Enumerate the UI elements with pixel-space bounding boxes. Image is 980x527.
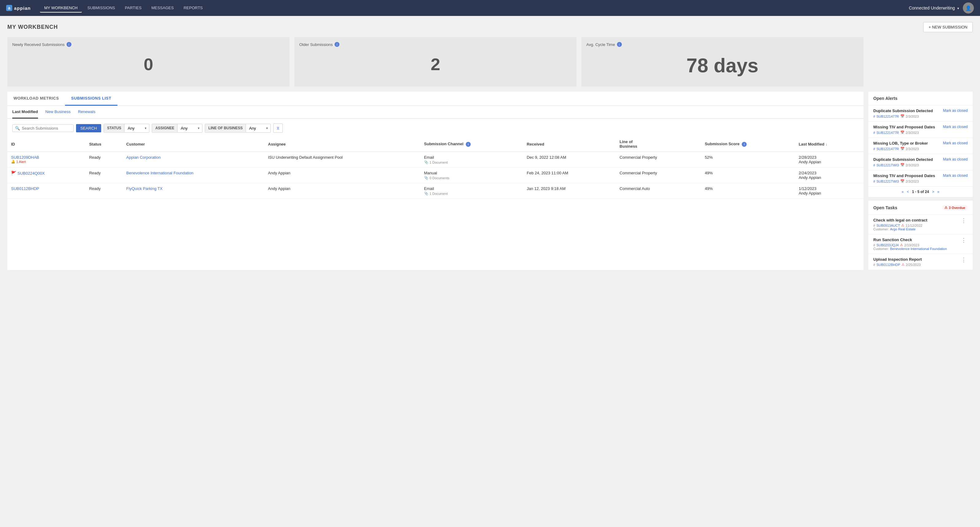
nav-submissions[interactable]: SUBMISSIONS: [83, 4, 119, 13]
nav-parties[interactable]: PARTIES: [121, 4, 146, 13]
tab-submissions-list[interactable]: SUBMISSIONS LIST: [65, 92, 118, 106]
tab-workload-metrics[interactable]: WORKLOAD METRICS: [7, 92, 65, 106]
pagination-prev[interactable]: <: [906, 190, 910, 194]
pagination-next[interactable]: >: [931, 190, 935, 194]
submissions-header: 🔍 SEARCH STATUS Any ASSIGNEE: [7, 119, 864, 137]
task-title-2: Run Sanction Check: [873, 238, 960, 242]
col-assignee: Assignee: [264, 137, 420, 152]
task-hash-1: #: [873, 224, 875, 227]
task-id-link-3[interactable]: SUB0112BHDP: [877, 263, 900, 267]
app-name[interactable]: Connected Underwriting ▾: [909, 6, 959, 10]
stat-value-cycle-time: 78 days: [586, 49, 859, 82]
info-icon-newly-received[interactable]: i: [67, 42, 72, 47]
alert-id-link-4[interactable]: SUB1221TWI3: [877, 163, 899, 167]
mark-closed-btn-3[interactable]: Mark as closed: [943, 141, 968, 145]
alert-id-link-5[interactable]: SUB1221TWI3: [877, 179, 899, 183]
alert-item-4: Duplicate Submission Detected # SUB1221T…: [869, 154, 973, 170]
alert-id-link-2[interactable]: SUB1221477R: [877, 131, 899, 135]
stat-older: Older Submissions i 2: [294, 37, 576, 87]
table-header-row: ID Status Customer Assignee Submission C…: [7, 137, 864, 152]
search-input[interactable]: [22, 126, 71, 130]
alert-hash-icon-1: #: [873, 114, 875, 118]
cell-score-3: 49%: [701, 183, 795, 199]
page-title: MY WORKBENCH: [7, 24, 58, 30]
customer-link-1[interactable]: Appian Corporation: [126, 155, 161, 160]
alert-id-link-1[interactable]: SUB1221477R: [877, 114, 899, 118]
lob-select[interactable]: Any: [246, 124, 270, 132]
calendar-icon-5: 📅: [900, 179, 905, 183]
col-customer: Customer: [123, 137, 264, 152]
stat-label-cycle-time: Avg. Cycle Time i: [586, 42, 859, 47]
flag-icon-2: 🚩: [11, 171, 16, 176]
task-id-link-1[interactable]: SUB0913AUCT: [877, 224, 900, 227]
avatar[interactable]: 👤: [963, 2, 974, 13]
sub-tab-last-modified[interactable]: Last Modified: [12, 106, 38, 119]
task-customer-link-1[interactable]: Argo Real Estate: [890, 227, 916, 231]
submissions-table-wrap: ID Status Customer Assignee Submission C…: [7, 137, 864, 199]
cell-received-1: Dec 9, 2022 12:08 AM: [523, 152, 616, 168]
cell-status-2: Ready: [86, 168, 123, 183]
mark-closed-btn-4[interactable]: Mark as closed: [943, 157, 968, 162]
main-content: WORKLOAD METRICS SUBMISSIONS LIST Last M…: [7, 92, 973, 270]
new-submission-button[interactable]: + NEW SUBMISSION: [923, 22, 973, 32]
page: MY WORKBENCH + NEW SUBMISSION Newly Rece…: [0, 16, 980, 276]
info-icon-score[interactable]: i: [742, 142, 747, 147]
task-hash-2: #: [873, 243, 875, 247]
alerts-pagination: « < 1 - 5 of 24 > »: [869, 187, 973, 197]
task-info-1: Check with legal on contract # SUB0913AU…: [873, 218, 960, 231]
col-score: Submission Score i: [701, 137, 795, 152]
nav-my-workbench[interactable]: MY WORKBENCH: [40, 4, 82, 13]
cell-channel-3: Email 📎 1 Document: [420, 183, 523, 199]
filter-icon-button[interactable]: ⧖: [273, 124, 283, 133]
pagination-current: 1 - 5 of 24: [911, 190, 930, 194]
info-icon-cycle-time[interactable]: i: [617, 42, 622, 47]
submission-link-2[interactable]: SUB0224Q00X: [18, 171, 45, 176]
task-hash-3: #: [873, 263, 875, 267]
alert-id-link-3[interactable]: SUB1221477R: [877, 147, 899, 151]
filter-row: 🔍 SEARCH STATUS Any ASSIGNEE: [12, 124, 859, 133]
mark-closed-btn-2[interactable]: Mark as closed: [943, 125, 968, 129]
cell-customer-1: Appian Corporation: [123, 152, 264, 168]
cell-customer-2: Benevolence International Foundation: [123, 168, 264, 183]
task-menu-btn-3[interactable]: ⋮: [960, 257, 968, 263]
col-modified[interactable]: Last Modified ↓: [795, 137, 864, 152]
search-button[interactable]: SEARCH: [76, 124, 101, 132]
info-icon-older[interactable]: i: [334, 42, 339, 47]
task-menu-btn-1[interactable]: ⋮: [960, 218, 968, 223]
pagination-first[interactable]: «: [901, 190, 905, 194]
pagination-last[interactable]: »: [937, 190, 940, 194]
page-header: MY WORKBENCH + NEW SUBMISSION: [7, 22, 973, 32]
customer-link-2[interactable]: Benevolence International Foundation: [126, 171, 194, 175]
sub-tab-new-business[interactable]: New Business: [45, 106, 70, 119]
mark-closed-btn-5[interactable]: Mark as closed: [943, 173, 968, 178]
nav-messages[interactable]: MESSAGES: [147, 4, 178, 13]
submission-link-1[interactable]: SUB1209DHAB: [11, 155, 39, 160]
search-box: 🔍: [12, 124, 73, 132]
task-item-1: Check with legal on contract # SUB0913AU…: [869, 215, 973, 234]
stat-value-newly-received: 0: [12, 49, 285, 79]
mark-closed-btn-1[interactable]: Mark as closed: [943, 108, 968, 113]
alert-title-1: Duplicate Submission Detected: [873, 108, 940, 113]
task-customer-link-2[interactable]: Benevolence International Foundation: [890, 247, 947, 251]
sub-tab-renewals[interactable]: Renewals: [78, 106, 95, 119]
stats-row: Newly Received Submissions i 0 Older Sub…: [7, 37, 973, 87]
cell-modified-2: 2/24/2023 Andy Appian: [795, 168, 864, 183]
task-id-link-2[interactable]: SUB0203JQJ4: [877, 243, 899, 247]
info-icon-channel[interactable]: i: [466, 142, 471, 147]
tasks-header: Open Tasks ⚠ 3 Overdue: [869, 201, 973, 215]
customer-link-3[interactable]: FlyQuick Parking TX: [126, 186, 162, 191]
nav-reports[interactable]: REPORTS: [180, 4, 207, 13]
task-item-2: Run Sanction Check # SUB0203JQJ4 ⚠ 2/10/…: [869, 234, 973, 254]
app-logo[interactable]: a appian: [6, 5, 31, 11]
assignee-filter-label: ASSIGNEE: [152, 124, 178, 132]
assignee-select[interactable]: Any: [178, 124, 202, 132]
status-select[interactable]: Any: [124, 124, 149, 132]
task-meta-1: # SUB0913AUCT ⚠ 11/12/2022: [873, 223, 960, 227]
task-info-2: Run Sanction Check # SUB0203JQJ4 ⚠ 2/10/…: [873, 238, 960, 251]
paperclip-icon-2: 📎: [424, 176, 428, 180]
nav-right: Connected Underwriting ▾ 👤: [909, 2, 974, 13]
col-channel: Submission Channel i: [420, 137, 523, 152]
cell-status-1: Ready: [86, 152, 123, 168]
task-menu-btn-2[interactable]: ⋮: [960, 238, 968, 243]
submission-link-3[interactable]: SUB0112BHDP: [11, 186, 39, 191]
